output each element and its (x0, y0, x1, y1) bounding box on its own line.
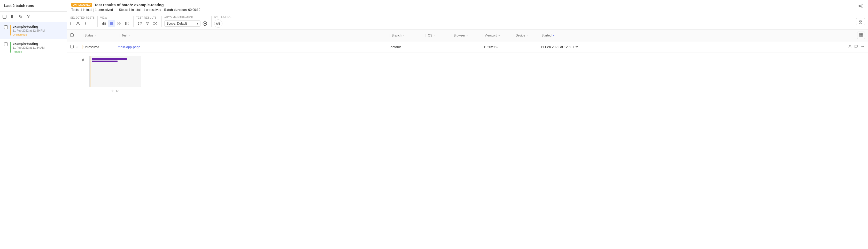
row-checkbox[interactable] (70, 45, 74, 48)
screenshot-bar-2 (92, 61, 118, 62)
os-sort-icon: ⊿ (433, 34, 435, 37)
select-all-checkbox[interactable] (3, 15, 6, 19)
batch-item-2[interactable]: example-testing 11 Feb 2022 at 11:34 AM … (0, 39, 67, 56)
screenshot-orange-border (90, 56, 90, 87)
row-star-col: ☆ (75, 45, 82, 49)
header-viewport[interactable]: | Viewport ⊿ (481, 33, 512, 38)
toolbar-more-btn[interactable] (82, 20, 89, 27)
share-button[interactable] (857, 3, 864, 10)
batch-item-2-checkbox[interactable] (4, 43, 8, 46)
toolbar-right (856, 18, 865, 25)
svg-rect-39 (860, 35, 861, 36)
filter-button[interactable] (26, 13, 32, 20)
view-bar-chart-btn[interactable] (100, 20, 107, 27)
maintenance-arrow-btn[interactable] (201, 20, 209, 27)
screenshot-frame[interactable] (89, 56, 141, 87)
svg-rect-40 (861, 35, 863, 36)
steps-label: Steps: (119, 8, 128, 12)
header-test[interactable]: | Test ⊿ (118, 33, 388, 38)
svg-rect-18 (120, 24, 121, 25)
table-settings-btn[interactable] (856, 18, 865, 25)
row-comment-btn[interactable] (854, 44, 859, 50)
header-device[interactable]: | Device ⊿ (512, 33, 537, 38)
batch-item-2-name: example-testing (13, 42, 64, 46)
page-star-btn[interactable]: ☆ (111, 89, 115, 93)
status-bar-passed-2 (10, 42, 10, 53)
header-status-label: | (83, 34, 84, 37)
test-row-container: ☆ Unresolved main-app-page default (67, 42, 868, 96)
view-film-btn[interactable] (123, 20, 131, 27)
toolbar-auto-maintenance-inner: AUTO MAINTENANCE Scope: Default ▾ (164, 16, 209, 27)
header-branch-sep: | (389, 34, 390, 37)
row-person-btn[interactable] (847, 44, 852, 50)
steps-unresolved: 1 unresolved (144, 8, 161, 12)
view-grid-btn[interactable] (116, 20, 123, 27)
svg-rect-10 (103, 22, 104, 25)
view-list-btn[interactable] (108, 20, 115, 27)
selected-tests-btns (70, 20, 95, 27)
batch-item-1-content: example-testing 11 Feb 2022 at 12:59 PM … (13, 25, 64, 36)
chevron-down-icon: ▾ (197, 22, 198, 25)
branch-value: default (391, 45, 401, 49)
batch-item-2-status: Passed (13, 50, 64, 53)
svg-line-29 (156, 24, 157, 25)
svg-rect-36 (861, 22, 862, 23)
row-viewport: 1920x962 (484, 45, 515, 49)
toolbar-selected-tests-inner: SELECTED TESTS (70, 16, 95, 27)
device-sort-icon: ⊿ (526, 34, 528, 37)
svg-point-6 (86, 22, 86, 23)
header-started[interactable]: | Started ▼ (537, 33, 589, 38)
header-branch[interactable]: | Branch ⊿ (388, 33, 424, 38)
column-headers: | Status ⊿ | Test ⊿ | Branch ⊿ | OS ⊿ | (67, 29, 868, 42)
row-branch: default (391, 45, 427, 49)
star-button[interactable]: ☆ (75, 45, 79, 49)
ab-testing-btns: A/B (214, 20, 232, 28)
batch-item-1-checkbox[interactable] (4, 25, 8, 29)
header-select-all[interactable] (70, 33, 74, 37)
refresh-icon: ↻ (19, 14, 22, 19)
header-os[interactable]: | OS ⊿ (424, 33, 450, 38)
test-results-btns (136, 20, 159, 27)
header-started-sep: | (538, 34, 539, 37)
steps-value: 1 in total (129, 8, 141, 12)
screenshot-wrapper: ☆ 1/1 (89, 56, 141, 93)
steps-separator: | (142, 8, 142, 12)
svg-line-3 (860, 6, 861, 7)
scope-dropdown[interactable]: Scope: Default ▾ (164, 21, 200, 27)
svg-rect-17 (118, 24, 119, 25)
svg-point-44 (863, 46, 864, 47)
screenshot-container: ≠ ☆ 1/1 (82, 56, 865, 93)
ab-button[interactable]: A/B (214, 20, 222, 28)
screenshot-content (92, 58, 139, 63)
toolbar-user-btn[interactable] (74, 20, 82, 27)
batch-meta: Tests: 1 in total | 1 unresolved Steps: … (71, 8, 200, 12)
row-more-btn[interactable] (860, 44, 865, 50)
column-settings-btn[interactable] (857, 32, 865, 39)
batch-item-1-status-text: Unresolved (13, 33, 27, 36)
main-content: Unresolved Test results of batch: exampl… (67, 0, 868, 249)
test-results-refresh-btn[interactable] (136, 20, 144, 27)
batch-item-1[interactable]: example-testing 11 Feb 2022 at 12:59 PM … (0, 22, 67, 39)
svg-rect-37 (860, 33, 861, 35)
svg-rect-15 (118, 22, 119, 23)
svg-rect-34 (861, 20, 862, 22)
refresh-button[interactable]: ↻ (18, 13, 23, 20)
toolbar-select-all[interactable] (70, 22, 74, 25)
toolbar-ab-testing: A/B TESTING A/B (212, 16, 235, 28)
test-results-scissors-btn[interactable] (152, 20, 159, 27)
svg-line-30 (154, 23, 155, 24)
svg-rect-9 (102, 23, 103, 25)
svg-point-26 (154, 22, 155, 23)
delete-button[interactable]: 🗑 (9, 13, 15, 20)
header-browser[interactable]: | Browser ⊿ (450, 33, 481, 38)
page-indicator: ☆ 1/1 (111, 89, 120, 93)
status-bar-unresolved-1 (10, 25, 10, 35)
row-test: main-app-page (118, 45, 391, 49)
row-started: 11 Feb 2022 at 12:59 PM (540, 45, 592, 49)
browser-sort-icon: ⊿ (466, 34, 468, 37)
status-badge: Unresolved (82, 45, 118, 49)
svg-rect-35 (859, 22, 860, 23)
header-status[interactable]: | Status ⊿ (82, 33, 118, 38)
test-results-filter-btn[interactable] (144, 20, 151, 27)
tests-unresolved: 1 unresolved (95, 8, 113, 12)
